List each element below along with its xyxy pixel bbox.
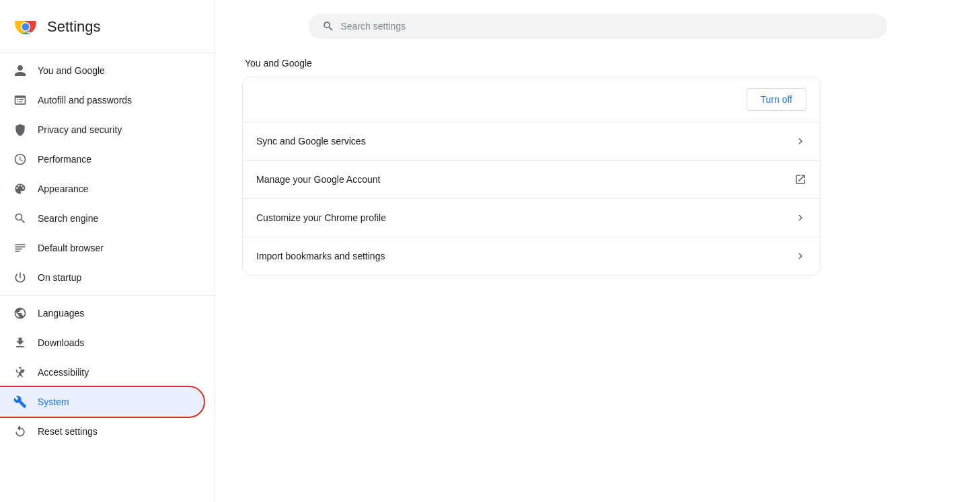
globe-icon	[13, 306, 27, 320]
card-row-customize-profile[interactable]: Customize your Chrome profile	[243, 199, 820, 237]
person-icon	[13, 64, 27, 77]
performance-icon	[13, 153, 27, 166]
browser-icon	[13, 241, 27, 255]
sidebar-item-label: Reset settings	[38, 426, 98, 437]
card-row-sync[interactable]: Sync and Google services	[243, 122, 820, 160]
sidebar-item-languages[interactable]: Languages	[0, 298, 204, 328]
sidebar-item-performance[interactable]: Performance	[0, 144, 204, 174]
chevron-right-icon	[794, 135, 806, 147]
search-input[interactable]	[341, 21, 874, 32]
sidebar-item-label: Privacy and security	[38, 124, 122, 135]
shield-icon	[13, 123, 27, 136]
svg-point-3	[22, 24, 30, 31]
svg-point-4	[19, 367, 21, 369]
main-content: You and Google Turn off Sync and Google …	[215, 0, 980, 502]
autofill-icon	[13, 93, 27, 107]
sidebar: Settings You and Google Autofill and pas…	[0, 0, 215, 502]
download-icon	[13, 336, 27, 349]
sidebar-item-label: Search engine	[38, 213, 98, 224]
sidebar-item-search-engine[interactable]: Search engine	[0, 204, 204, 233]
card-row-label: Import bookmarks and settings	[256, 251, 385, 261]
search-icon	[322, 20, 334, 32]
card-row-label: Sync and Google services	[256, 136, 366, 147]
you-and-google-card: Turn off Sync and Google services Manage…	[242, 77, 821, 276]
card-row-manage-account[interactable]: Manage your Google Account	[243, 161, 820, 198]
sidebar-mid-divider	[0, 295, 215, 296]
settings-title: Settings	[47, 18, 101, 36]
card-row-label: Manage your Google Account	[256, 174, 380, 185]
sidebar-item-label: Appearance	[38, 183, 89, 194]
sidebar-item-privacy[interactable]: Privacy and security	[0, 115, 204, 144]
system-icon	[13, 395, 27, 409]
sidebar-item-you-and-google[interactable]: You and Google	[0, 56, 204, 85]
sidebar-item-default-browser[interactable]: Default browser	[0, 233, 204, 263]
card-top-row: Turn off	[243, 77, 820, 122]
sidebar-item-system[interactable]: System	[0, 387, 204, 417]
chrome-logo-icon	[13, 15, 38, 39]
startup-icon	[13, 271, 27, 284]
sidebar-item-label: Autofill and passwords	[38, 95, 132, 106]
external-link-icon	[794, 173, 806, 185]
sidebar-item-downloads[interactable]: Downloads	[0, 328, 204, 358]
sidebar-item-label: Performance	[38, 154, 91, 165]
reset-icon	[13, 425, 27, 438]
chevron-right-icon	[794, 212, 806, 224]
search-engine-icon	[13, 212, 27, 225]
sidebar-item-appearance[interactable]: Appearance	[0, 174, 204, 204]
sidebar-item-label: You and Google	[38, 65, 105, 76]
sidebar-item-autofill[interactable]: Autofill and passwords	[0, 85, 204, 115]
sidebar-item-on-startup[interactable]: On startup	[0, 263, 204, 292]
sidebar-item-label: Languages	[38, 308, 84, 319]
sidebar-item-label: Default browser	[38, 243, 104, 253]
card-row-import-bookmarks[interactable]: Import bookmarks and settings	[243, 237, 820, 275]
accessibility-icon	[13, 366, 27, 379]
sidebar-item-label: On startup	[38, 272, 81, 283]
card-row-label: Customize your Chrome profile	[256, 212, 386, 223]
appearance-icon	[13, 182, 27, 196]
sidebar-item-label: Downloads	[38, 337, 84, 348]
search-bar-container	[242, 13, 953, 39]
turn-off-button[interactable]: Turn off	[747, 88, 806, 111]
sidebar-item-reset[interactable]: Reset settings	[0, 417, 204, 446]
sidebar-item-label: Accessibility	[38, 367, 89, 378]
sidebar-top-divider	[0, 52, 215, 53]
sidebar-item-accessibility[interactable]: Accessibility	[0, 358, 204, 387]
sidebar-item-label: System	[38, 396, 69, 407]
section-title: You and Google	[242, 58, 953, 69]
sidebar-header: Settings	[0, 7, 215, 50]
search-bar	[309, 13, 887, 39]
chevron-right-icon	[794, 250, 806, 262]
